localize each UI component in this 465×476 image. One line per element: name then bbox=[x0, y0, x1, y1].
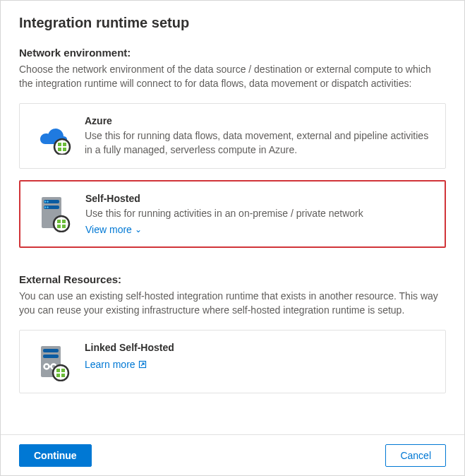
svg-rect-4 bbox=[63, 148, 66, 151]
svg-rect-2 bbox=[63, 143, 66, 146]
svg-rect-18 bbox=[43, 349, 59, 352]
svg-point-8 bbox=[44, 201, 46, 203]
svg-rect-27 bbox=[61, 374, 65, 377]
section-title-network: Network environment: bbox=[19, 47, 446, 59]
card-desc-azure: Use this for running data flows, data mo… bbox=[85, 129, 433, 157]
view-more-label: View more bbox=[85, 224, 132, 235]
svg-rect-24 bbox=[56, 369, 60, 372]
option-card-linked-self-hosted[interactable]: Linked Self-Hosted Learn more bbox=[19, 330, 446, 393]
svg-point-10 bbox=[44, 207, 46, 208]
external-link-icon bbox=[138, 360, 147, 369]
page-title: Integration runtime setup bbox=[19, 15, 446, 31]
linked-server-icon bbox=[32, 342, 72, 381]
server-icon bbox=[33, 193, 73, 232]
cancel-button[interactable]: Cancel bbox=[385, 444, 446, 467]
section-desc-external: You can use an existing self-hosted inte… bbox=[19, 290, 446, 317]
view-more-link[interactable]: View more ⌄ bbox=[85, 224, 142, 235]
section-desc-network: Choose the network environment of the da… bbox=[19, 63, 446, 90]
option-card-self-hosted[interactable]: Self-Hosted Use this for running activit… bbox=[19, 180, 446, 248]
svg-point-23 bbox=[53, 365, 68, 381]
card-title-self-hosted: Self-Hosted bbox=[85, 193, 432, 204]
svg-rect-16 bbox=[62, 225, 66, 228]
learn-more-link[interactable]: Learn more bbox=[85, 359, 147, 370]
svg-rect-19 bbox=[43, 355, 59, 358]
svg-point-0 bbox=[54, 139, 70, 155]
svg-rect-26 bbox=[56, 374, 60, 377]
card-desc-self-hosted: Use this for running activities in an on… bbox=[85, 207, 432, 221]
learn-more-label: Learn more bbox=[85, 359, 135, 370]
svg-point-9 bbox=[47, 201, 48, 203]
svg-rect-14 bbox=[62, 220, 66, 223]
section-title-external: External Resources: bbox=[19, 273, 446, 285]
option-card-azure[interactable]: Azure Use this for running data flows, d… bbox=[19, 103, 446, 169]
svg-point-11 bbox=[47, 207, 48, 208]
svg-rect-7 bbox=[44, 206, 59, 209]
dialog-footer: Continue Cancel bbox=[1, 434, 464, 475]
svg-rect-3 bbox=[58, 148, 61, 151]
card-title-azure: Azure bbox=[85, 115, 433, 126]
svg-rect-15 bbox=[57, 225, 61, 228]
svg-rect-6 bbox=[44, 200, 59, 203]
svg-rect-25 bbox=[61, 369, 65, 372]
svg-point-12 bbox=[54, 216, 69, 232]
azure-cloud-icon bbox=[32, 115, 72, 155]
continue-button[interactable]: Continue bbox=[19, 444, 92, 467]
chevron-down-icon: ⌄ bbox=[135, 225, 142, 234]
svg-rect-1 bbox=[58, 143, 61, 146]
svg-rect-13 bbox=[57, 220, 61, 223]
card-title-linked: Linked Self-Hosted bbox=[85, 342, 433, 353]
